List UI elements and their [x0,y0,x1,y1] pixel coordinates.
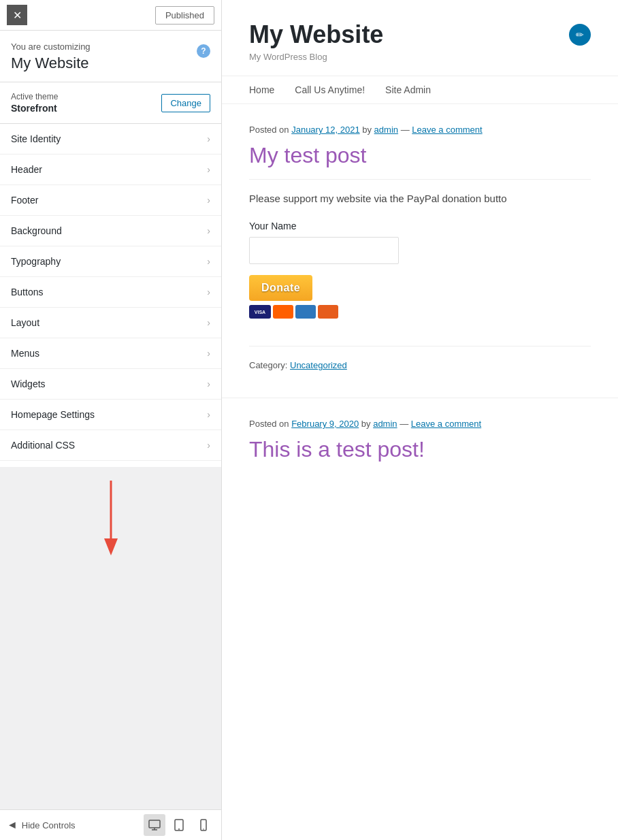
chevron-right-icon: › [207,133,210,144]
chevron-right-icon: › [207,348,210,359]
post-1-leave-comment[interactable]: Leave a comment [412,125,482,135]
menu-item-header[interactable]: Header › [0,155,221,185]
post-1-author[interactable]: admin [374,125,398,135]
desktop-viewport-button[interactable] [144,814,165,836]
change-theme-button[interactable]: Change [161,94,210,112]
post-divider [249,179,591,180]
post-1: Posted on January 12, 2021 by admin — Le… [222,104,618,398]
arrow-left-icon: ◄ [7,819,18,831]
top-bar: ✕ Published [0,0,221,31]
menu-item-label: Buttons [11,287,43,297]
mobile-icon [200,819,207,831]
your-name-label: Your Name [249,221,591,231]
site-nav: Home Call Us Anytime! Site Admin [222,76,618,104]
chevron-right-icon: › [207,225,210,236]
amex-icon [295,305,316,319]
menu-item-label: Menus [11,348,39,359]
your-name-input[interactable] [249,237,399,264]
chevron-right-icon: › [207,164,210,175]
menu-item-label: Homepage Settings [11,409,95,420]
chevron-right-icon: › [207,256,210,267]
customizing-section: You are customizing My Website ? [0,31,221,82]
visa-icon: VISA [249,305,271,319]
post-1-dash: — [401,125,412,135]
menu-item-more[interactable]: More › [0,461,221,467]
svg-point-8 [203,828,204,830]
menu-item-site-identity[interactable]: Site Identity › [0,124,221,155]
category-link[interactable]: Uncategorized [290,360,347,370]
site-title: My Website [249,20,591,49]
donate-section: Your Name Donate VISA [249,207,591,332]
menu-item-menus[interactable]: Menus › [0,338,221,369]
post-1-category: Category: Uncategorized [249,346,591,377]
post-2-meta-prefix: Posted on [249,419,289,429]
category-prefix: Category: [249,360,287,370]
viewport-controls [144,814,214,836]
menu-item-background[interactable]: Background › [0,216,221,246]
post-1-date[interactable]: January 12, 2021 [291,125,359,135]
customizing-prefix: You are customizing [11,42,91,52]
menu-item-label: Header [11,164,42,175]
menu-item-buttons[interactable]: Buttons › [0,277,221,308]
menu-item-layout[interactable]: Layout › [0,308,221,338]
menu-item-label: Typography [11,256,61,267]
hide-controls-label: Hide Controls [22,820,76,830]
svg-point-6 [178,828,180,830]
preview-inner: ✏ My Website My WordPress Blog Home Call… [222,0,618,840]
post-1-content: Please support my website via the PayPal… [249,191,591,207]
mastercard-icon [273,305,293,319]
menu-item-additional-css[interactable]: Additional CSS › [0,430,221,461]
post-2-author[interactable]: admin [373,419,397,429]
svg-marker-1 [104,538,118,555]
post-1-meta-prefix: Posted on [249,125,289,135]
help-icon[interactable]: ? [197,44,210,58]
menu-item-widgets[interactable]: Widgets › [0,369,221,400]
menu-item-homepage-settings[interactable]: Homepage Settings › [0,400,221,430]
svg-rect-2 [149,820,160,828]
menu-item-typography[interactable]: Typography › [0,246,221,277]
menu-item-label: Background [11,225,62,236]
chevron-right-icon: › [207,195,210,206]
nav-home[interactable]: Home [249,84,274,95]
close-button[interactable]: ✕ [7,5,27,25]
post-2-dash: — [400,419,411,429]
theme-section: Active theme Storefront Change [0,82,221,124]
post-1-by: by [362,125,374,135]
post-2-date[interactable]: February 9, 2020 [291,419,359,429]
hide-controls-button[interactable]: ◄ Hide Controls [7,819,76,831]
menu-item-label: Layout [11,317,39,328]
menu-item-label: Additional CSS [11,440,75,451]
post-2-meta: Posted on February 9, 2020 by admin — Le… [249,419,591,429]
customizing-site-name: My Website [11,54,91,72]
menu-item-label: Footer [11,195,38,206]
edit-header-icon[interactable]: ✏ [569,24,591,46]
menu-item-footer[interactable]: Footer › [0,185,221,216]
post-2: Posted on February 9, 2020 by admin — Le… [222,398,618,494]
published-button[interactable]: Published [155,6,214,25]
tablet-viewport-button[interactable] [168,814,190,836]
donate-button[interactable]: Donate [249,275,312,301]
chevron-right-icon: › [207,409,210,420]
donate-btn-wrapper: Donate VISA [249,275,591,319]
theme-name: Storefront [11,103,58,114]
nav-call-us[interactable]: Call Us Anytime! [295,84,365,95]
chevron-right-icon: › [207,378,210,389]
post-2-leave-comment[interactable]: Leave a comment [411,419,481,429]
preview-panel: ✏ My Website My WordPress Blog Home Call… [222,0,618,840]
scroll-arrow-indicator [104,481,118,562]
tablet-icon [174,819,184,831]
bottom-toolbar: ◄ Hide Controls [0,809,221,840]
nav-site-admin[interactable]: Site Admin [385,84,431,95]
mobile-viewport-button[interactable] [193,814,214,836]
chevron-right-icon: › [207,440,210,451]
paypal-card-icons: VISA [249,305,338,319]
menu-item-label: Widgets [11,378,46,389]
menu-item-label: Site Identity [11,133,61,144]
desktop-icon [148,820,161,830]
post-1-title: My test post [249,143,591,168]
customizer-panel: ✕ Published You are customizing My Websi… [0,0,222,840]
chevron-right-icon: › [207,287,210,297]
post-2-by: by [361,419,373,429]
site-header: ✏ My Website My WordPress Blog [222,0,618,76]
post-1-meta: Posted on January 12, 2021 by admin — Le… [249,125,591,135]
